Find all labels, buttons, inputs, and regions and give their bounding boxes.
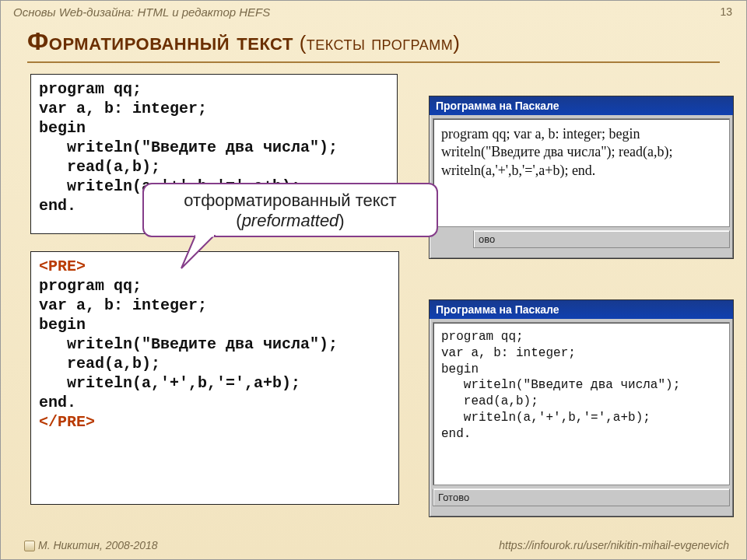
callout-box: отформатированный текст (preformatted) (142, 183, 438, 237)
status-bar: ово (473, 230, 730, 248)
pre-close-tag: </PRE> (39, 413, 95, 431)
author-url: https://infourok.ru/user/nikitin-mihail-… (499, 539, 729, 551)
page-number: 13 (720, 5, 732, 18)
callout-line1: отформатированный текст (150, 191, 430, 211)
window-title: Программа на Паскале (430, 300, 733, 319)
title-underline (27, 61, 720, 63)
title-sub: (тексты программ) (293, 31, 460, 54)
browser-window-unformatted: Программа на Паскале program qq; var a, … (429, 96, 734, 259)
callout-line2: (preformatted) (150, 211, 430, 231)
title-main: Форматированный текст (27, 27, 293, 55)
slide: Основы Web-дизайна: HTML и редактор HEFS… (0, 0, 747, 560)
pre-body: program qq; var a, b: integer; begin wri… (39, 277, 338, 411)
svg-marker-0 (181, 236, 214, 268)
window-content: program qq; var a, b: integer; begin wri… (433, 118, 730, 227)
callout-term: preformatted (242, 211, 339, 230)
page-title: Форматированный текст (тексты программ) (27, 27, 460, 56)
window-title: Программа на Паскале (430, 96, 733, 115)
author-icon (24, 541, 35, 551)
author-credit: М. Никитин, 2008-2018 (24, 539, 158, 551)
code-block-pre: <PRE> program qq; var a, b: integer; beg… (30, 251, 399, 505)
breadcrumb: Основы Web-дизайна: HTML и редактор HEFS (13, 5, 270, 19)
pre-open-tag: <PRE> (39, 257, 86, 275)
status-bar: Готово (433, 488, 730, 506)
window-content: program qq; var a, b: integer; begin wri… (433, 322, 730, 485)
browser-window-preformatted: Программа на Паскале program qq; var a, … (429, 299, 734, 517)
